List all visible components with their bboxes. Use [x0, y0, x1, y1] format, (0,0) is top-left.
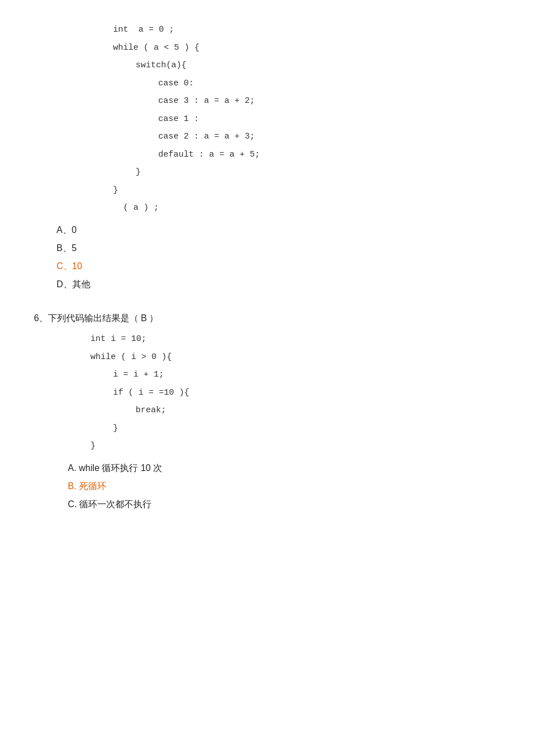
q6-code-line-5: break;: [136, 403, 500, 418]
code-line-10: }: [113, 183, 500, 198]
q6-code-line-2: while ( i > 0 ){: [90, 350, 500, 365]
q6-option-B-label: B. 死循环: [68, 481, 106, 491]
q6-code-block: int i = 10; while ( i > 0 ){ i = i + 1; …: [68, 332, 500, 453]
option-q6-A: A. while 循环执行 10 次: [68, 459, 500, 477]
q6-code-line-1: int i = 10;: [90, 332, 500, 347]
q5-option-B-label: B、5: [57, 243, 77, 253]
code-line-3: switch(a){: [136, 58, 500, 73]
q6-code-line-4: if ( i = =10 ){: [113, 386, 500, 400]
code-line-9: }: [136, 165, 500, 180]
option-q5-D: D、其他: [57, 275, 500, 293]
q6-header: 6、下列代码输出结果是（ B ）: [34, 310, 500, 327]
option-q6-B: B. 死循环: [68, 477, 500, 495]
q6-code-line-6: }: [113, 421, 500, 436]
q6-code-line-7: }: [90, 439, 500, 453]
q6-option-A-label: A. while 循环执行 10 次: [68, 463, 162, 473]
option-q5-C: C、10: [57, 257, 500, 275]
code-line-4: case 0:: [158, 76, 500, 91]
q6-option-C-label: C. 循环一次都不执行: [68, 499, 151, 509]
q5-option-C-label: C、10: [57, 261, 82, 271]
option-q6-C: C. 循环一次都不执行: [68, 495, 500, 513]
q6-title: 6、下列代码输出结果是（ B ）: [34, 313, 158, 323]
code-line-8: default : a = a + 5;: [158, 148, 500, 162]
code-line-5: case 3 : a = a + 2;: [158, 94, 500, 109]
code-line-6: case 1 :: [158, 112, 500, 127]
q5-code-block: int a = 0 ; while ( a < 5 ) { switch(a){…: [90, 23, 500, 215]
q6-code-line-3: i = i + 1;: [113, 368, 500, 382]
code-line-7: case 2 : a = a + 3;: [158, 129, 500, 144]
option-q5-B: B、5: [57, 239, 500, 257]
q5-option-A-label: A、0: [57, 225, 77, 235]
code-line-2: while ( a < 5 ) {: [113, 41, 500, 55]
q5-options: A、0 B、5 C、10 D、其他: [34, 221, 500, 293]
code-line-1: int a = 0 ;: [113, 23, 500, 37]
q6-options: A. while 循环执行 10 次 B. 死循环 C. 循环一次都不执行: [45, 459, 500, 513]
q5-option-D-label: D、其他: [57, 279, 90, 289]
code-line-11: ( a ) ;: [113, 201, 500, 215]
option-q5-A: A、0: [57, 221, 500, 239]
